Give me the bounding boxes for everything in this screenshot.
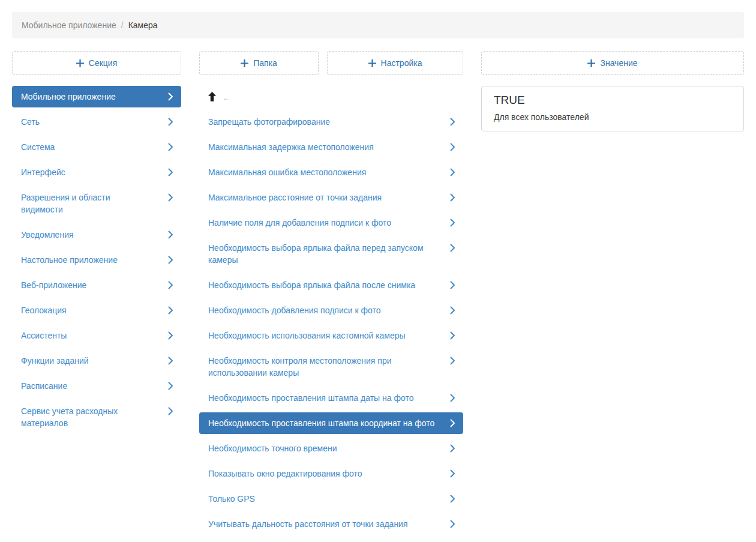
list-item-label: Максимальное расстояние от точки задания — [208, 193, 382, 202]
chevron-right-icon — [168, 281, 173, 289]
values-panel: TRUE Для всех пользователей — [481, 86, 744, 131]
list-item-label: Мобильное приложение — [21, 92, 116, 101]
add-folder-button[interactable]: Папка — [199, 51, 319, 75]
list-item-label: Необходимость выбора ярлыка файла перед … — [208, 243, 424, 265]
settings-list-items: Запрещать фотографирование Максимальная … — [199, 111, 463, 535]
setting-item[interactable]: Только GPS — [199, 488, 463, 510]
list-item-label: Геолокация — [21, 306, 67, 315]
toolbar-sections-cell: Секция — [12, 51, 181, 75]
chevron-right-icon — [450, 444, 455, 453]
list-item-label: Необходимость использования кастомной ка… — [208, 331, 406, 340]
plus-icon — [241, 59, 248, 67]
chevron-right-icon — [450, 520, 455, 528]
list-item-label: Ассистенты — [21, 331, 67, 340]
breadcrumb: Мобильное приложение/Камера — [12, 12, 744, 38]
value-title: TRUE — [494, 94, 731, 107]
setting-item[interactable]: Необходимость использования кастомной ка… — [199, 325, 463, 346]
setting-item[interactable]: Необходимость проставления штампа даты н… — [199, 387, 463, 409]
list-item-label: Необходимость контроля местоположения пр… — [208, 356, 392, 378]
add-setting-label: Настройка — [381, 58, 422, 68]
setting-item[interactable]: Наличие поля для добавления подписи к фо… — [199, 212, 463, 233]
list-item-label: Только GPS — [208, 494, 255, 504]
breadcrumb-separator: / — [121, 20, 124, 30]
setting-item[interactable]: Необходимость контроля местоположения пр… — [199, 350, 463, 384]
sidebar-item[interactable]: Мобильное приложение — [12, 86, 181, 107]
sidebar-item[interactable]: Функции заданий — [12, 350, 181, 372]
chevron-right-icon — [450, 193, 455, 202]
chevron-right-icon — [168, 382, 173, 390]
setting-item[interactable]: Необходимость точного времени — [199, 438, 463, 459]
list-item-label: Максимальная ошибка местоположения — [208, 167, 366, 177]
up-folder-item[interactable]: .. — [199, 86, 463, 107]
list-item-label: Необходимость точного времени — [208, 444, 337, 453]
sidebar-item[interactable]: Сеть — [12, 111, 181, 133]
sidebar-item[interactable]: Ассистенты — [12, 325, 181, 346]
chevron-right-icon — [450, 469, 455, 478]
plus-icon — [587, 59, 595, 67]
setting-item[interactable]: Максимальная ошибка местоположения — [199, 161, 463, 183]
setting-item[interactable]: Необходимость выбора ярлыка файла после … — [199, 274, 463, 296]
plus-icon — [76, 59, 84, 67]
setting-item[interactable]: Необходимость проставления штампа коорди… — [199, 412, 463, 434]
settings-list: .. Запрещать фотографирование Максимальн… — [199, 86, 463, 538]
setting-item[interactable]: Максимальная задержка местоположения — [199, 136, 463, 158]
sidebar-item[interactable]: Разрешения и области видимости — [12, 187, 181, 220]
list-item-label: Веб-приложение — [21, 280, 86, 290]
setting-item[interactable]: Запрещать фотографирование — [199, 111, 463, 133]
setting-item[interactable]: Учитывать дальность расстояния от точки … — [199, 513, 463, 535]
chevron-right-icon — [168, 193, 173, 202]
chevron-right-icon — [450, 168, 455, 176]
chevron-right-icon — [450, 495, 455, 503]
chevron-right-icon — [450, 281, 455, 289]
toolbar-folder-setting-cell: Папка Настройка — [199, 51, 463, 75]
chevron-right-icon — [450, 118, 455, 126]
add-section-label: Секция — [89, 58, 117, 68]
sidebar-item[interactable]: Интерфейс — [12, 161, 181, 183]
value-scope: Для всех пользователей — [494, 112, 731, 122]
chevron-right-icon — [450, 394, 455, 402]
chevron-right-icon — [168, 331, 173, 340]
sidebar-item[interactable]: Геолокация — [12, 300, 181, 321]
chevron-right-icon — [168, 143, 173, 151]
breadcrumb-parent-link[interactable]: Мобильное приложение — [22, 20, 116, 30]
sections-list-items: Мобильное приложение Сеть Система Интерф… — [12, 86, 181, 434]
list-item-label: Система — [21, 142, 55, 152]
setting-item[interactable]: Максимальное расстояние от точки задания — [199, 187, 463, 208]
add-folder-label: Папка — [253, 58, 277, 68]
list-item-label: Интерфейс — [21, 167, 65, 177]
add-value-button[interactable]: Значение — [481, 51, 744, 75]
add-setting-button[interactable]: Настройка — [327, 51, 463, 75]
list-item-label: Показывать окно редактирования фото — [208, 469, 362, 478]
setting-item[interactable]: Необходимость выбора ярлыка файла перед … — [199, 237, 463, 271]
sidebar-item[interactable]: Сервис учета расходных материалов — [12, 400, 181, 434]
toolbar: Секция Папка Настройка Знач — [12, 51, 744, 75]
chevron-right-icon — [168, 118, 173, 126]
plus-icon — [368, 59, 376, 67]
list-item-label: Расписание — [21, 381, 67, 391]
value-card[interactable]: TRUE Для всех пользователей — [481, 86, 744, 131]
sidebar-item[interactable]: Уведомления — [12, 224, 181, 245]
chevron-right-icon — [168, 357, 173, 365]
sidebar-item[interactable]: Система — [12, 136, 181, 158]
setting-item[interactable]: Показывать окно редактирования фото — [199, 463, 463, 484]
sidebar-item[interactable]: Настольное приложение — [12, 249, 181, 271]
sidebar-item[interactable]: Расписание — [12, 375, 181, 397]
setting-item[interactable]: Необходимость добавления подписи к фото — [199, 300, 463, 321]
add-value-label: Значение — [600, 58, 637, 68]
chevron-right-icon — [450, 244, 455, 252]
up-folder-label: .. — [224, 93, 228, 101]
chevron-right-icon — [450, 143, 455, 151]
chevron-right-icon — [168, 256, 173, 264]
arrow-up-icon — [208, 92, 216, 101]
add-section-button[interactable]: Секция — [12, 51, 181, 75]
list-item-label: Сервис учета расходных материалов — [21, 406, 118, 428]
list-item-label: Необходимость добавления подписи к фото — [208, 306, 380, 315]
settings-manager-page: Мобильное приложение/Камера Секция Папка — [0, 0, 756, 542]
list-item-label: Уведомления — [21, 230, 74, 239]
sidebar-item[interactable]: Веб-приложение — [12, 274, 181, 296]
chevron-right-icon — [168, 230, 173, 239]
list-item-label: Сеть — [21, 117, 40, 127]
list-item-label: Наличие поля для добавления подписи к фо… — [208, 218, 391, 227]
chevron-right-icon — [450, 357, 455, 365]
toolbar-values-cell: Значение — [481, 51, 744, 75]
